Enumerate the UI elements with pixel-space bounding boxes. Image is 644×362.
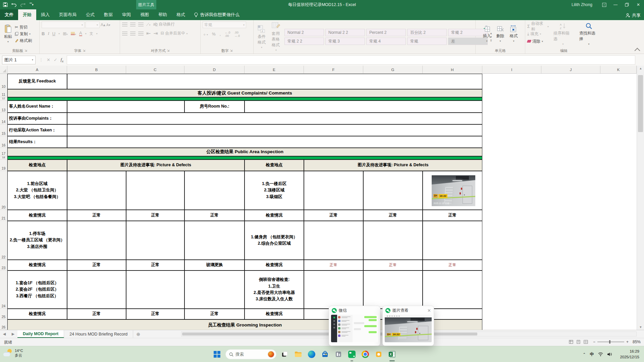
format-painter-button[interactable]: 格式刷: [15, 37, 32, 44]
row-header[interactable]: 18: [0, 156, 7, 160]
fill-button[interactable]: ⤓填充▾: [527, 31, 549, 37]
edge-icon[interactable]: [307, 349, 317, 359]
sheet-nav-left-icon[interactable]: ◀: [0, 330, 9, 338]
find-select-button[interactable]: 查找和选择▾: [577, 21, 600, 46]
cell-e23[interactable]: 检查情况: [245, 260, 304, 270]
restore-button[interactable]: [621, 0, 633, 9]
minimize-button[interactable]: —: [610, 0, 621, 9]
cell-c23[interactable]: 正常: [126, 260, 184, 270]
row-header[interactable]: 23: [0, 260, 7, 270]
cell-style-item[interactable]: 常规: [407, 38, 447, 45]
volume-icon[interactable]: [607, 352, 612, 356]
zoom-in-icon[interactable]: +: [626, 340, 629, 344]
share-button[interactable]: 共享: [626, 12, 641, 18]
cell-d21[interactable]: 正常: [184, 210, 245, 221]
align-bottom-icon[interactable]: [138, 22, 144, 26]
cell-d13[interactable]: 房号Room No.:: [184, 101, 245, 113]
cell-c20[interactable]: [126, 171, 184, 210]
cell-a25[interactable]: 检查情况: [7, 309, 67, 319]
zoom-slider[interactable]: [597, 342, 624, 342]
zoom-slider-thumb[interactable]: [609, 340, 610, 344]
cell-f19-h19[interactable]: 图片及待改进事项: Picture & Defects: [304, 160, 482, 171]
tab-help[interactable]: 帮助: [154, 9, 172, 20]
clipboard-dialog-launcher-icon[interactable]: ⇲: [24, 49, 27, 52]
number-dialog-launcher-icon[interactable]: ⇲: [230, 49, 233, 52]
page-break-view-icon[interactable]: [582, 339, 590, 345]
zoom-level[interactable]: 85%: [633, 340, 641, 344]
cell-b25[interactable]: 正常: [67, 309, 126, 319]
cell-g22[interactable]: [363, 221, 423, 260]
scroll-up-icon[interactable]: ▲: [637, 66, 644, 71]
wechat-taskbar-icon[interactable]: [347, 349, 357, 359]
confirm-entry-icon[interactable]: ✓: [54, 57, 57, 62]
cell-e24[interactable]: 倒班宿舍请检查: 1.卫生 2.是否使用大功率电器 3.床位数及入住人数: [245, 270, 304, 309]
cell-a24[interactable]: 1.宴会1F （包括后区） 2.宴会2F （包括后区） 3.西餐厅 （包括后区）: [7, 270, 67, 309]
cancel-entry-icon[interactable]: ✕: [47, 57, 50, 62]
cell-style-item[interactable]: Normal 2 2: [325, 29, 365, 36]
cell-b14-h14[interactable]: [67, 113, 482, 124]
row-header[interactable]: 16: [0, 136, 7, 148]
yellow-app-icon[interactable]: [374, 349, 384, 359]
tab-review[interactable]: 审阅: [117, 9, 136, 20]
column-header[interactable]: B: [67, 66, 126, 74]
cell-d22[interactable]: [184, 221, 245, 260]
cell-b13-c13[interactable]: [67, 101, 184, 113]
bold-button[interactable]: B: [42, 31, 45, 36]
zoom-out-icon[interactable]: −: [593, 340, 595, 344]
cell-a10[interactable]: 反馈意见 Feedback: [7, 74, 67, 89]
tab-data[interactable]: 数据: [99, 9, 117, 20]
align-top-icon[interactable]: [122, 22, 127, 26]
font-color-icon[interactable]: A: [79, 31, 82, 36]
italic-button[interactable]: I: [48, 31, 49, 36]
underline-button[interactable]: U: [52, 31, 55, 36]
cell-h21[interactable]: 正常: [423, 210, 482, 221]
sheet-tab-24-hours-briefing[interactable]: 24 Hours MOD Briefing Record: [64, 330, 133, 338]
cell-e21[interactable]: 检查情况: [245, 210, 304, 221]
cell-a23[interactable]: 检查情况: [7, 260, 67, 270]
cell-a13[interactable]: 客人姓名Guest Name：: [7, 101, 67, 113]
format-as-table-button[interactable]: 套用表格格式▾: [270, 21, 282, 52]
taskbar-clock[interactable]: 16:29 2025/12/15: [620, 349, 639, 360]
cell-a18-h18[interactable]: [7, 156, 482, 160]
tab-picture-format[interactable]: 格式: [172, 9, 190, 20]
cell-c21[interactable]: 正常: [126, 210, 184, 221]
ime-indicator[interactable]: 中: [590, 352, 594, 357]
cell-b15-h15[interactable]: [67, 124, 482, 136]
increase-decimal-icon[interactable]: ←.0.00: [225, 31, 230, 38]
fill-color-icon[interactable]: ▾: [71, 31, 76, 36]
new-sheet-icon[interactable]: ⊕: [133, 330, 143, 338]
column-header[interactable]: C: [126, 66, 184, 74]
borders-icon[interactable]: ⊞▾: [63, 31, 68, 36]
tab-view[interactable]: 视图: [136, 9, 154, 20]
formula-input[interactable]: [67, 55, 635, 65]
cell-a22[interactable]: 1.停车场 2.负一楼员工区域 （更衣间） 3.酒店外围: [7, 221, 67, 260]
column-header[interactable]: K: [600, 66, 637, 74]
align-right-icon[interactable]: [138, 32, 144, 36]
cell-a15[interactable]: 行动采取Action Taken：: [7, 124, 67, 136]
cell-f23[interactable]: 正常: [304, 260, 363, 270]
cell-c25[interactable]: 正常: [126, 309, 184, 319]
orientation-icon[interactable]: ⟋▾: [146, 22, 150, 27]
gray-app-icon[interactable]: [333, 349, 343, 359]
task-view-icon[interactable]: [280, 349, 290, 359]
conditional-formatting-button[interactable]: ≠ 条件格式▾: [256, 24, 268, 50]
cell-g21[interactable]: 正常: [363, 210, 423, 221]
cell-e20[interactable]: 1.负一楼后区 2.顶楼区域 3.吸烟区: [245, 171, 304, 210]
cell-b22[interactable]: [67, 221, 126, 260]
ribbon-display-options-icon[interactable]: [598, 0, 610, 9]
cell-g24[interactable]: [363, 270, 423, 309]
font-dialog-launcher-icon[interactable]: ⇲: [83, 49, 86, 52]
search-box[interactable]: 搜索: [225, 349, 276, 359]
cell-g20[interactable]: [363, 171, 423, 210]
paste-button[interactable]: 粘贴▾: [2, 21, 14, 46]
format-cells-button[interactable]: 格式▾: [508, 21, 520, 46]
row-header[interactable]: 11: [0, 89, 7, 97]
cell-a17-h17[interactable]: 公区检查结果 Public Area Inspection: [7, 148, 482, 156]
align-left-icon[interactable]: [122, 32, 127, 36]
column-header[interactable]: G: [363, 66, 423, 74]
row-header[interactable]: 26: [0, 319, 7, 330]
cell-style-item[interactable]: Normal 2: [284, 29, 324, 36]
account-user-name[interactable]: Lilith Zhong: [572, 2, 592, 7]
excel-taskbar-icon[interactable]: X: [387, 349, 397, 359]
decrease-decimal-icon[interactable]: .00→.0: [234, 31, 240, 38]
